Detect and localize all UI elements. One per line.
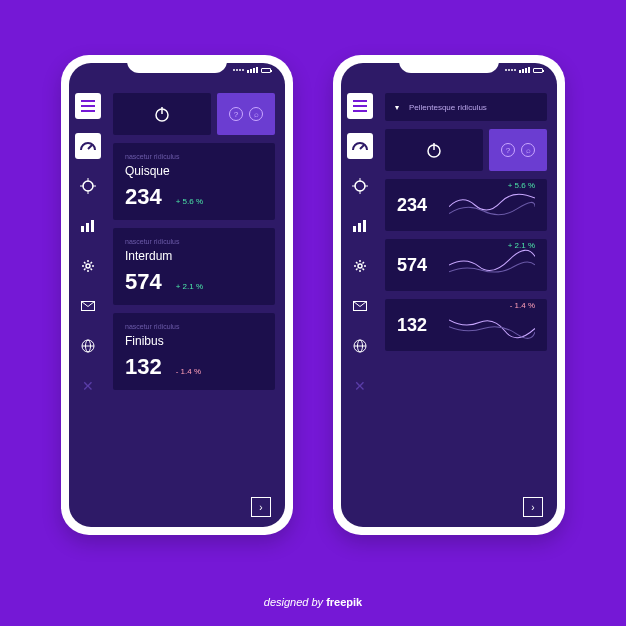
card-delta: + 5.6 % xyxy=(508,181,535,190)
screen: ✕ ?⌕ nascetur ridiculus Quisque 234 + 5.… xyxy=(69,63,285,527)
main-content: ▾ Pellentesque ridiculus ?⌕ 234 + 5.6 % … xyxy=(379,87,557,527)
notch xyxy=(399,55,499,73)
sparkline-chart: - 1.4 % xyxy=(449,307,535,343)
help-icon: ? xyxy=(501,143,515,157)
svg-rect-23 xyxy=(358,223,361,232)
power-icon xyxy=(153,105,171,123)
close-icon: ✕ xyxy=(82,378,94,394)
chevron-right-icon: › xyxy=(531,502,534,513)
power-button[interactable] xyxy=(113,93,211,135)
sparkline-chart: + 5.6 % xyxy=(449,187,535,223)
metric-card[interactable]: nascetur ridiculus Finibus 132 - 1.4 % xyxy=(113,313,275,390)
card-delta: - 1.4 % xyxy=(510,301,535,310)
svg-line-16 xyxy=(360,145,364,149)
screen: ✕ ▾ Pellentesque ridiculus ?⌕ 234 + 5.6 … xyxy=(341,63,557,527)
dropdown[interactable]: ▾ Pellentesque ridiculus xyxy=(385,93,547,121)
power-icon xyxy=(425,141,443,159)
search-icon: ⌕ xyxy=(249,107,263,121)
close-icon: ✕ xyxy=(354,378,366,394)
svg-rect-7 xyxy=(86,223,89,232)
menu-icon xyxy=(353,100,367,112)
gear-icon xyxy=(353,259,367,273)
sidebar-item-globe[interactable] xyxy=(75,333,101,359)
card-delta: - 1.4 % xyxy=(176,367,201,376)
card-title: Finibus xyxy=(125,334,263,348)
sidebar-item-target[interactable] xyxy=(347,173,373,199)
dropdown-label: Pellentesque ridiculus xyxy=(409,103,487,112)
svg-rect-6 xyxy=(81,226,84,232)
metric-card[interactable]: nascetur ridiculus Quisque 234 + 5.6 % xyxy=(113,143,275,220)
card-delta: + 2.1 % xyxy=(176,282,203,291)
card-value: 132 xyxy=(397,315,441,336)
help-tile[interactable]: ?⌕ xyxy=(489,129,547,171)
metric-card[interactable]: 132 - 1.4 % xyxy=(385,299,547,351)
gear-icon xyxy=(81,259,95,273)
card-value: 234 xyxy=(125,184,162,210)
gauge-icon xyxy=(79,140,97,152)
next-button[interactable]: › xyxy=(251,497,271,517)
card-subtitle: nascetur ridiculus xyxy=(125,238,263,245)
notch xyxy=(127,55,227,73)
chevron-down-icon: ▾ xyxy=(395,103,399,112)
sidebar-item-close[interactable]: ✕ xyxy=(347,373,373,399)
card-value: 132 xyxy=(125,354,162,380)
sidebar-item-mail[interactable] xyxy=(347,293,373,319)
sidebar-item-gauge[interactable] xyxy=(75,133,101,159)
gauge-icon xyxy=(351,140,369,152)
card-title: Quisque xyxy=(125,164,263,178)
card-delta: + 5.6 % xyxy=(176,197,203,206)
menu-button[interactable] xyxy=(347,93,373,119)
target-icon xyxy=(80,178,96,194)
chevron-right-icon: › xyxy=(259,502,262,513)
card-value: 574 xyxy=(397,255,441,276)
search-icon: ⌕ xyxy=(521,143,535,157)
power-button[interactable] xyxy=(385,129,483,171)
svg-point-25 xyxy=(358,264,362,268)
svg-rect-22 xyxy=(353,226,356,232)
sidebar-item-bars[interactable] xyxy=(75,213,101,239)
svg-point-1 xyxy=(83,181,93,191)
sidebar-item-close[interactable]: ✕ xyxy=(75,373,101,399)
mail-icon xyxy=(353,301,367,311)
help-tile[interactable]: ?⌕ xyxy=(217,93,275,135)
metric-card[interactable]: nascetur ridiculus Interdum 574 + 2.1 % xyxy=(113,228,275,305)
menu-icon xyxy=(81,100,95,112)
sidebar-item-mail[interactable] xyxy=(75,293,101,319)
main-content: ?⌕ nascetur ridiculus Quisque 234 + 5.6 … xyxy=(107,87,285,527)
card-value: 574 xyxy=(125,269,162,295)
help-icon: ? xyxy=(229,107,243,121)
status-bar xyxy=(505,67,543,73)
sidebar-item-target[interactable] xyxy=(75,173,101,199)
card-title: Interdum xyxy=(125,249,263,263)
attribution: designed by freepik xyxy=(0,596,626,608)
globe-icon xyxy=(353,339,367,353)
svg-rect-8 xyxy=(91,220,94,232)
sidebar-item-bars[interactable] xyxy=(347,213,373,239)
sidebar-item-gear[interactable] xyxy=(75,253,101,279)
menu-button[interactable] xyxy=(75,93,101,119)
globe-icon xyxy=(81,339,95,353)
sidebar: ✕ xyxy=(69,87,107,527)
metric-card[interactable]: 574 + 2.1 % xyxy=(385,239,547,291)
mail-icon xyxy=(81,301,95,311)
card-delta: + 2.1 % xyxy=(508,241,535,250)
phone-left: ✕ ?⌕ nascetur ridiculus Quisque 234 + 5.… xyxy=(61,55,293,535)
bars-icon xyxy=(353,220,367,232)
sidebar-item-gear[interactable] xyxy=(347,253,373,279)
sidebar-item-gauge[interactable] xyxy=(347,133,373,159)
metric-card[interactable]: 234 + 5.6 % xyxy=(385,179,547,231)
card-subtitle: nascetur ridiculus xyxy=(125,153,263,160)
bars-icon xyxy=(81,220,95,232)
phone-right: ✕ ▾ Pellentesque ridiculus ?⌕ 234 + 5.6 … xyxy=(333,55,565,535)
card-value: 234 xyxy=(397,195,441,216)
target-icon xyxy=(352,178,368,194)
sidebar-item-globe[interactable] xyxy=(347,333,373,359)
sparkline-chart: + 2.1 % xyxy=(449,247,535,283)
card-subtitle: nascetur ridiculus xyxy=(125,323,263,330)
status-bar xyxy=(233,67,271,73)
svg-point-17 xyxy=(355,181,365,191)
next-button[interactable]: › xyxy=(523,497,543,517)
svg-line-0 xyxy=(88,145,92,149)
svg-rect-24 xyxy=(363,220,366,232)
svg-point-9 xyxy=(86,264,90,268)
